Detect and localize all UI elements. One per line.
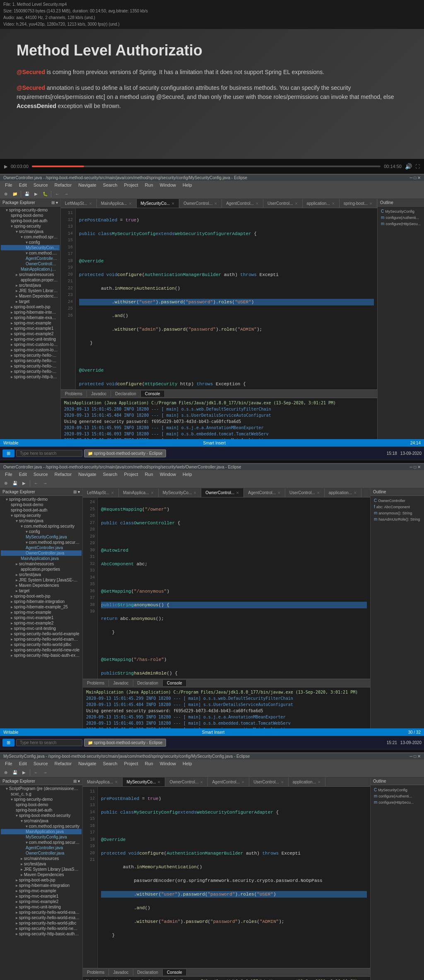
console-tab-problems-3[interactable]: Problems xyxy=(83,969,109,975)
tree2-hibernate2[interactable]: spring-hibernate-example_25 xyxy=(1,604,82,610)
tree2-boot-web[interactable]: spring-boot-web-jsp xyxy=(1,593,82,599)
outline-configure-auth-1[interactable]: mconfigure(Authenti... xyxy=(379,214,422,221)
outline-ownerctrl-2[interactable]: COwnerController xyxy=(372,497,422,504)
tree-method-security[interactable]: spring-security xyxy=(1,223,60,229)
tree-test-1[interactable]: src/test/java xyxy=(1,283,60,288)
outline-mysecurityconfig-3[interactable]: CMySecurityConfig xyxy=(372,787,422,793)
menu-edit-3[interactable]: Edit xyxy=(16,760,30,767)
tree-hibernate-1[interactable]: spring-hibernate-integration xyxy=(1,310,60,315)
tree3-sec-logout[interactable]: spring-security-hello-world-example-logo… xyxy=(1,915,82,920)
tab-mysecurity-2[interactable]: MySecurityCo...✕ xyxy=(159,488,202,497)
tree3-boot-web[interactable]: spring-boot-web-jsp xyxy=(1,877,82,883)
tree-app-props-1[interactable]: application.properties xyxy=(1,277,60,283)
console-tab-declaration-1[interactable]: Declaration xyxy=(111,391,141,397)
console-tab-console-3[interactable]: Console xyxy=(163,969,187,975)
tab-agentctrl-2[interactable]: AgentControl...✕ xyxy=(244,488,285,497)
tab-agentctrl-3[interactable]: AgentControl...✕ xyxy=(208,778,249,786)
code-content-3[interactable]: prePostEnabled = true) public class MySe… xyxy=(98,787,370,968)
menu-file-3[interactable]: File xyxy=(2,760,16,767)
tree2-sec-basic[interactable]: spring-security-http-basic-auth-example xyxy=(1,653,82,658)
search-input-1[interactable] xyxy=(16,450,82,457)
tree-main-app-1[interactable]: MainApplication.java xyxy=(1,267,60,272)
tree2-mvc2[interactable]: spring-mvc-example1 xyxy=(1,615,82,620)
tree2-main-app[interactable]: MainApplication.java xyxy=(1,556,82,561)
tree3-web[interactable]: com.method.spring.security.web xyxy=(1,840,82,845)
toolbar-back-3[interactable]: ← xyxy=(32,769,40,777)
tab-app-1[interactable]: application...✕ xyxy=(303,199,340,208)
window-controls-3[interactable]: ─ □ ✕ xyxy=(410,754,421,759)
tab-mainapplica-2[interactable]: MainApplica...✕ xyxy=(119,488,159,497)
tab-app-3[interactable]: application...✕ xyxy=(289,778,325,786)
code-editor-3[interactable]: 1112131415 161718192021 prePostEnabled =… xyxy=(83,787,370,968)
tree-src-main[interactable]: src/main/java xyxy=(1,229,60,234)
sidebar-tree-2[interactable]: spring-security-demo spring-boot-demo sp… xyxy=(0,496,82,728)
tree-sec-role[interactable]: spring-security-hello-world-new-role xyxy=(1,369,60,374)
tree3-sec-hello[interactable]: spring-security-hello-world-example xyxy=(1,910,82,915)
tab-ownerctrl-2[interactable]: OwnerControl...✕ xyxy=(201,488,244,497)
toolbar-save-2[interactable]: 💾 xyxy=(11,479,19,488)
menu-project-1[interactable]: Project xyxy=(120,182,141,188)
menu-search-1[interactable]: Search xyxy=(100,182,121,188)
console-tab-declaration-3[interactable]: Declaration xyxy=(133,969,163,975)
tab-mainapplica-3[interactable]: MainApplica...✕ xyxy=(83,778,123,786)
menu-edit-1[interactable]: Edit xyxy=(16,182,30,188)
menu-window-2[interactable]: Window xyxy=(157,471,179,478)
tree-resources-1[interactable]: src/main/resources xyxy=(1,272,60,277)
toolbar-save-3[interactable]: 💾 xyxy=(11,769,19,777)
tree2-sec-jdbc[interactable]: spring-security-hello-world-jdbc xyxy=(1,642,82,647)
sidebar-icons-1[interactable]: ⊞ ▾ xyxy=(51,200,58,205)
menu-file-2[interactable]: File xyxy=(2,471,16,478)
tree2-com-method[interactable]: com.method.spring.security xyxy=(1,524,82,529)
tree3-sec-jdbc[interactable]: spring-security-hello-world-jdbc xyxy=(1,920,82,926)
sidebar-tree-1[interactable]: spring-security-demo spring-boot-demo sp… xyxy=(0,207,60,438)
tree2-sec-logout[interactable]: spring-security-hello-world-example-logo… xyxy=(1,637,82,642)
tab-userctrl-3[interactable]: UserControl...✕ xyxy=(249,778,289,786)
tree-mvc-2[interactable]: spring-mvc-example1 xyxy=(1,326,60,331)
menu-help-2[interactable]: Help xyxy=(179,471,195,478)
tree2-sec-role[interactable]: spring-security-hello-world-new-role xyxy=(1,647,82,653)
tab-userctrl-2[interactable]: UserControl...✕ xyxy=(285,488,325,497)
tab-ownerctrl-3[interactable]: OwnerControl...✕ xyxy=(165,778,208,786)
menu-navigate-1[interactable]: Navigate xyxy=(75,182,99,188)
tree-mvc-login2[interactable]: spring-mvc-custom-login-form-example2 xyxy=(1,347,60,353)
tab-ownerctrl-1[interactable]: OwnerControl...✕ xyxy=(179,199,222,208)
progress-bar[interactable] xyxy=(32,166,381,167)
tab-app-2[interactable]: application...✕ xyxy=(325,488,361,497)
tree2-resources[interactable]: src/main/resources xyxy=(1,561,82,567)
console-tab-console-1[interactable]: Console xyxy=(141,391,165,397)
tree2-agent-ctrl[interactable]: AgentController.java xyxy=(1,545,82,550)
tree-config[interactable]: config xyxy=(1,240,60,245)
tree3-mvc[interactable]: spring-mvc-example xyxy=(1,888,82,894)
toolbar-fwd-1[interactable]: → xyxy=(62,190,70,198)
console-tab-javadoc-2[interactable]: Javadoc xyxy=(109,680,133,686)
tree-com-method[interactable]: com.method.spring.security xyxy=(1,234,60,240)
tree2-test[interactable]: src/test/java xyxy=(1,572,82,577)
sidebar-tree-3[interactable]: ScriptProgram (jre (decommissioned) mast… xyxy=(0,785,82,980)
menu-source-2[interactable]: Source xyxy=(30,471,51,478)
tree3-jre[interactable]: JRE System Library [JavaSE-1.8] xyxy=(1,867,82,872)
tree-target-1[interactable]: target xyxy=(1,299,60,304)
tree-maven-1[interactable]: Maven Dependencies xyxy=(1,293,60,299)
toolbar-run-2[interactable]: ▶ xyxy=(20,479,28,488)
tree2-app-props[interactable]: application.properties xyxy=(1,567,82,572)
tree-sec-basic[interactable]: spring-security-http-basic-auth-example xyxy=(1,374,60,380)
tab-leftmap-2[interactable]: LeftMapSt...✕ xyxy=(83,488,119,497)
tree2-web[interactable]: com.method.spring.security.web xyxy=(1,540,82,545)
tree3-agent[interactable]: AgentController.java xyxy=(1,845,82,850)
tree2-target[interactable]: target xyxy=(1,588,82,593)
toolbar-debug-1[interactable]: 🐛 xyxy=(41,190,49,198)
code-editor-2[interactable]: 2425262728 2929303132 3334353637 3839 @R… xyxy=(83,497,370,679)
outline-mysecurityconfig-1[interactable]: CMySecurityConfig xyxy=(379,208,422,214)
console-tab-javadoc-3[interactable]: Javadoc xyxy=(109,969,133,975)
tree3-sec-role[interactable]: spring-security-hello-world-new-role xyxy=(1,926,82,931)
tree2-spring-security[interactable]: spring-security-demo xyxy=(1,497,82,502)
tree2-maven[interactable]: Maven Dependencies xyxy=(1,583,82,588)
tree3-test[interactable]: src/test/java xyxy=(1,861,82,867)
tree3-spring-security[interactable]: spring-security-demo xyxy=(1,797,82,802)
start-button-2[interactable]: ⊞ xyxy=(2,739,14,747)
tree-mysecurity-config[interactable]: MySecurityConfig.java xyxy=(1,245,60,250)
code-content-2[interactable]: @RequestMapping("/owner") public class O… xyxy=(98,497,370,679)
tree3-src[interactable]: src/main/java xyxy=(1,818,82,824)
tree2-mvc1[interactable]: spring-mvc-example xyxy=(1,610,82,615)
tab-mysecurity-3[interactable]: MySecurityCo...✕ xyxy=(123,778,166,786)
